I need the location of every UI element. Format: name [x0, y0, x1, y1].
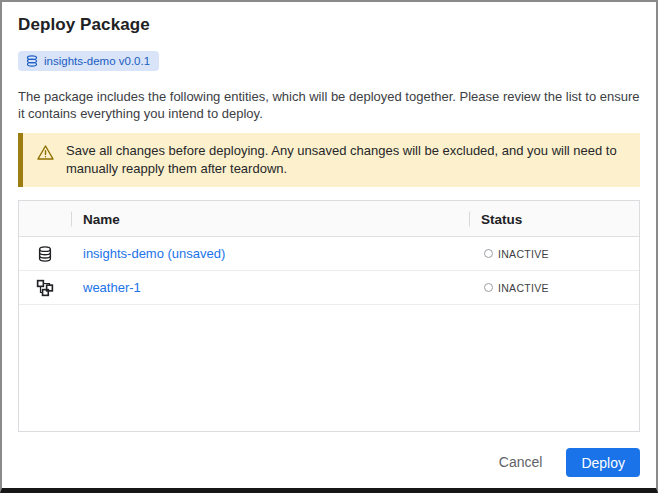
deploy-button[interactable]: Deploy	[566, 448, 640, 477]
schema-icon	[19, 279, 71, 297]
dialog-footer: Cancel Deploy	[485, 446, 640, 478]
header-status-column: Status	[469, 210, 639, 228]
column-divider	[469, 211, 470, 226]
inactive-circle-icon	[484, 283, 493, 292]
warning-text: Save all changes before deploying. Any u…	[66, 142, 626, 178]
package-version-chip[interactable]: insights-demo v0.0.1	[18, 51, 159, 71]
status-label: INACTIVE	[498, 282, 549, 294]
entity-table: Name Status insights-demo (unsaved)	[18, 200, 640, 432]
status-label: INACTIVE	[498, 248, 549, 260]
column-divider	[71, 211, 72, 226]
name-column-label: Name	[71, 212, 120, 227]
stack-icon	[25, 54, 39, 68]
cancel-button[interactable]: Cancel	[485, 446, 557, 478]
header-name-column: Name	[71, 210, 469, 228]
status-badge: INACTIVE	[469, 248, 639, 260]
status-column-label: Status	[469, 212, 522, 227]
status-badge: INACTIVE	[469, 282, 639, 294]
warning-triangle-icon	[36, 142, 55, 167]
dialog-description: The package includes the following entit…	[18, 88, 640, 122]
table-row: weather-1 INACTIVE	[19, 271, 639, 305]
database-icon	[19, 245, 71, 263]
table-header-row: Name Status	[19, 201, 639, 237]
entity-link[interactable]: weather-1	[71, 280, 469, 295]
deploy-package-dialog: Deploy Package insights-demo v0.0.1 The …	[0, 0, 658, 493]
table-row: insights-demo (unsaved) INACTIVE	[19, 237, 639, 271]
unsaved-changes-warning: Save all changes before deploying. Any u…	[18, 133, 640, 187]
page-title: Deploy Package	[18, 15, 640, 35]
inactive-circle-icon	[484, 249, 493, 258]
package-version-label: insights-demo v0.0.1	[44, 54, 150, 68]
entity-link[interactable]: insights-demo (unsaved)	[71, 246, 469, 261]
